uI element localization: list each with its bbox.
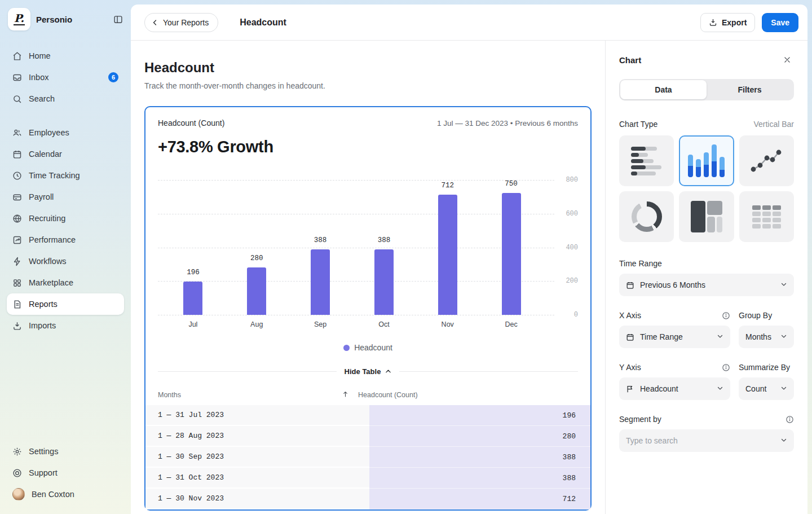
sidebar-item-performance[interactable]: Performance [7, 229, 124, 251]
table-row: 1 — 30 Nov 2023 712 [145, 489, 590, 509]
info-icon[interactable] [785, 415, 794, 424]
data-table: Months Headcount (Count) 1 — 31 Jul 2023… [145, 385, 590, 509]
time-range-select[interactable]: Previous 6 Months [619, 274, 794, 296]
hide-table-button[interactable]: Hide Table [337, 367, 400, 376]
legend-item-headcount[interactable]: Headcount [158, 343, 578, 352]
chart-type-line[interactable] [739, 135, 794, 186]
bar-aug [247, 267, 266, 315]
chart-card[interactable]: Headcount (Count) 1 Jul — 31 Dec 2023 • … [144, 106, 592, 511]
sidebar-item-recruiting[interactable]: Recruiting [7, 208, 124, 229]
y-tick: 600 [566, 210, 578, 218]
bar-value-label: 280 [250, 254, 263, 262]
export-icon [709, 18, 717, 27]
column-header-value[interactable]: Headcount (Count) [358, 391, 578, 399]
sidebar-item-user[interactable]: Ben Coxton [7, 484, 124, 505]
import-icon [12, 321, 22, 331]
line-chart-icon [750, 148, 783, 174]
sidebar-item-employees[interactable]: Employees [7, 122, 124, 143]
bar-jul [183, 282, 202, 315]
info-icon[interactable] [722, 363, 730, 372]
chart-type-table[interactable] [739, 191, 794, 242]
info-icon[interactable] [722, 311, 730, 320]
sidebar-item-inbox[interactable]: Inbox 6 [7, 67, 124, 88]
segment-by-select[interactable] [619, 429, 794, 452]
export-button[interactable]: Export [700, 13, 755, 32]
close-icon[interactable] [780, 53, 794, 67]
lifebuoy-icon [12, 468, 22, 478]
growth-headline: +73.8% Growth [158, 138, 578, 156]
bar-value-label: 388 [314, 236, 327, 244]
y-tick: 400 [566, 244, 578, 252]
y-axis-select[interactable]: Headcount [619, 377, 730, 400]
y-tick: 800 [566, 176, 578, 184]
legend-dot [343, 345, 350, 351]
sidebar-item-home[interactable]: Home [7, 45, 124, 67]
sidebar-item-imports[interactable]: Imports [7, 315, 124, 336]
sidebar-item-support[interactable]: Support [7, 462, 124, 484]
column-header-months[interactable]: Months [158, 390, 358, 399]
sidebar-item-payroll[interactable]: Payroll [7, 186, 124, 208]
table-row: 1 — 28 Aug 2023 280 [145, 426, 590, 447]
chevron-down-icon [717, 332, 723, 341]
sidebar-item-marketplace[interactable]: Marketplace [7, 272, 124, 293]
page-subtitle: Track the month-over-month changes in he… [144, 81, 592, 90]
summarize-by-select[interactable]: Count [739, 377, 794, 400]
chevron-down-icon [780, 436, 787, 445]
tab-data[interactable]: Data [620, 80, 707, 99]
sidebar-footer: Settings Support Ben Coxton [7, 441, 124, 505]
personio-logo[interactable]: P. [8, 8, 30, 30]
sort-ascending-icon[interactable] [342, 390, 349, 399]
gear-icon [12, 447, 22, 456]
group-by-label: Group By [739, 311, 772, 320]
treemap-icon [691, 201, 722, 232]
sidebar-nav: Home Inbox 6 Search Employees Calendar T… [7, 45, 124, 336]
content-panel: Your Reports Headcount Export Save Headc… [131, 5, 807, 514]
bar-dec [502, 193, 521, 315]
chart-type-treemap[interactable] [679, 191, 734, 242]
report-title: Headcount [240, 17, 286, 28]
save-button[interactable]: Save [762, 13, 798, 32]
sidebar-item-settings[interactable]: Settings [7, 441, 124, 462]
x-axis-label: X Axis [619, 311, 641, 320]
chart-type-donut[interactable] [619, 191, 674, 242]
x-axis-select[interactable]: Time Range [619, 326, 730, 348]
sidebar-item-time-tracking[interactable]: Time Tracking [7, 165, 124, 186]
bar-chart: 800 600 400 200 0 196 280 388 388 712 75… [158, 180, 578, 315]
chevron-down-icon [780, 384, 787, 393]
sidebar-collapse-icon[interactable] [112, 13, 124, 25]
globe-icon [12, 214, 22, 223]
document-icon [12, 300, 22, 309]
chart-type-vertical-bar[interactable] [679, 135, 734, 186]
home-icon [12, 51, 22, 61]
y-tick: 200 [566, 277, 578, 285]
sidebar-item-search[interactable]: Search [7, 88, 124, 109]
chevron-up-icon [385, 368, 391, 375]
data-filters-tabs: Data Filters [619, 79, 794, 100]
chart-type-grid [619, 135, 794, 242]
clock-icon [12, 171, 22, 181]
vertical-bar-icon [688, 144, 725, 177]
tab-filters[interactable]: Filters [707, 80, 793, 99]
summarize-by-label: Summarize By [739, 363, 790, 372]
group-by-select[interactable]: Months [739, 326, 794, 348]
sidebar-item-workflows[interactable]: Workflows [7, 251, 124, 272]
sidebar-item-reports[interactable]: Reports [7, 293, 124, 315]
back-button[interactable]: Your Reports [144, 13, 218, 32]
report-main: Headcount Track the month-over-month cha… [131, 41, 605, 514]
table-chart-icon [752, 205, 781, 229]
chevron-down-icon [780, 280, 787, 289]
avatar [12, 488, 25, 500]
chart-type-value: Vertical Bar [753, 120, 794, 129]
donut-chart-icon [632, 201, 662, 232]
chart-type-label: Chart Type [619, 120, 657, 129]
brand-row: P. Personio [7, 7, 124, 32]
performance-icon [12, 235, 22, 245]
bar-value-label: 196 [187, 269, 200, 276]
sidebar-item-calendar[interactable]: Calendar [7, 143, 124, 165]
time-range-label: Time Range [619, 259, 662, 268]
y-axis-label: Y Axis [619, 363, 641, 372]
payroll-icon [12, 192, 22, 202]
segment-search-input[interactable] [626, 436, 775, 445]
x-axis-labels: JulAugSepOctNovDec [161, 320, 543, 328]
chart-type-horizontal-bar[interactable] [619, 135, 674, 186]
